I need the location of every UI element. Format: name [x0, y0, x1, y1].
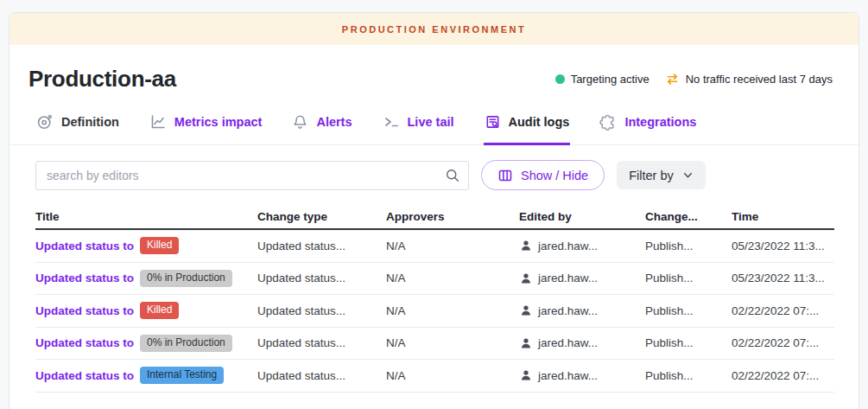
row-change-type: Updated status... — [257, 336, 386, 349]
metrics-icon — [149, 113, 167, 131]
row-change-type: Updated status... — [257, 369, 386, 382]
row-title-link[interactable]: Updated status to — [35, 240, 134, 252]
column-header-title[interactable]: Title — [35, 210, 257, 223]
filter-by-button[interactable]: Filter by — [617, 161, 706, 189]
row-title: Updated status toKilled — [35, 237, 257, 254]
environment-banner: PRODUCTION ENVIRONMENT — [10, 13, 858, 45]
definition-icon — [36, 113, 54, 131]
tab-live-tail[interactable]: Live tail — [382, 108, 455, 145]
row-edited-by-label: jared.haw... — [538, 369, 598, 382]
chevron-down-icon — [682, 169, 694, 181]
row-change-type: Updated status... — [257, 304, 386, 317]
row-title-link[interactable]: Updated status to — [35, 336, 134, 349]
row-title-link[interactable]: Updated status to — [35, 369, 134, 382]
row-change: Publish... — [645, 304, 732, 317]
green-dot-icon — [555, 74, 565, 84]
tab-audit-logs-label: Audit logs — [509, 115, 570, 129]
row-edited-by: jared.haw... — [519, 368, 645, 382]
search-wrap — [35, 161, 469, 190]
status-badge: Killed — [140, 237, 179, 254]
table-row[interactable]: Updated status toKilledUpdated status...… — [35, 295, 834, 328]
row-change: Publish... — [645, 336, 732, 349]
audit-log-table: Title Change type Approvers Edited by Ch… — [35, 204, 834, 393]
column-header-edited-by[interactable]: Edited by — [519, 210, 645, 223]
row-edited-by-label: jared.haw... — [538, 240, 598, 252]
row-edited-by: jared.haw... — [519, 336, 645, 350]
status-badge: 0% in Production — [140, 270, 232, 287]
person-icon — [519, 239, 533, 252]
row-edited-by-label: jared.haw... — [538, 304, 598, 317]
status-badge: Internal Testing — [140, 367, 224, 384]
row-change: Publish... — [645, 369, 732, 382]
tab-metrics-impact-label: Metrics impact — [174, 115, 263, 129]
row-edited-by-label: jared.haw... — [538, 272, 598, 284]
tab-definition[interactable]: Definition — [35, 108, 120, 145]
row-approvers: N/A — [386, 336, 519, 349]
columns-icon — [497, 168, 513, 183]
column-header-change[interactable]: Change... — [645, 210, 732, 223]
row-title-link[interactable]: Updated status to — [35, 304, 134, 317]
row-title: Updated status toInternal Testing — [35, 367, 257, 384]
table-row[interactable]: Updated status to0% in ProductionUpdated… — [35, 328, 834, 361]
show-hide-button[interactable]: Show / Hide — [481, 160, 605, 190]
environment-banner-label: PRODUCTION ENVIRONMENT — [342, 24, 526, 35]
tab-integrations-label: Integrations — [624, 115, 696, 129]
row-change-type: Updated status... — [257, 240, 386, 252]
table-row[interactable]: Updated status toInternal TestingUpdated… — [35, 360, 834, 393]
column-header-change-type[interactable]: Change type — [257, 210, 386, 223]
person-icon — [519, 272, 533, 285]
tab-integrations[interactable]: Integrations — [599, 108, 697, 145]
tab-live-tail-label: Live tail — [408, 115, 454, 129]
feature-gate-card: PRODUCTION ENVIRONMENT Production-aa Tar… — [9, 12, 859, 409]
row-time: 02/22/2022 07:... — [732, 369, 834, 382]
status-badge: Killed — [140, 302, 179, 319]
row-approvers: N/A — [386, 272, 519, 284]
status-group: Targeting active No traffic received las… — [555, 73, 833, 86]
search-icon — [445, 168, 460, 187]
person-icon — [519, 336, 533, 350]
row-edited-by-label: jared.haw... — [538, 336, 598, 349]
no-traffic-label: No traffic received last 7 days — [686, 73, 833, 86]
row-title-link[interactable]: Updated status to — [35, 272, 134, 284]
show-hide-label: Show / Hide — [521, 169, 588, 182]
page-title: Production-aa — [29, 66, 176, 93]
no-traffic-status: No traffic received last 7 days — [665, 73, 833, 86]
table-header: Title Change type Approvers Edited by Ch… — [35, 204, 834, 230]
row-time: 05/23/2022 11:3... — [732, 240, 834, 252]
row-time: 02/22/2022 07:... — [732, 304, 834, 317]
bell-icon — [292, 113, 308, 131]
tab-audit-logs[interactable]: Audit logs — [484, 108, 571, 145]
toolbar: Show / Hide Filter by — [10, 145, 858, 202]
row-change-type: Updated status... — [257, 272, 386, 284]
page-header: Production-aa Targeting active No traffi… — [10, 45, 858, 108]
column-header-time[interactable]: Time — [732, 210, 834, 223]
table-row[interactable]: Updated status to0% in ProductionUpdated… — [35, 263, 834, 296]
row-time: 05/23/2022 11:3... — [732, 272, 834, 284]
row-title: Updated status to0% in Production — [35, 335, 257, 352]
person-icon — [519, 304, 533, 317]
traffic-arrows-icon — [665, 73, 680, 86]
search-input[interactable] — [35, 161, 469, 190]
row-title: Updated status toKilled — [35, 302, 257, 319]
tab-alerts-label: Alerts — [316, 115, 352, 129]
table-row[interactable]: Updated status toKilledUpdated status...… — [35, 230, 834, 263]
puzzle-icon — [599, 113, 617, 131]
audit-logs-icon — [485, 113, 501, 131]
row-edited-by: jared.haw... — [519, 272, 645, 285]
filter-by-label: Filter by — [629, 169, 674, 182]
row-approvers: N/A — [386, 304, 519, 317]
row-approvers: N/A — [386, 240, 519, 252]
status-badge: 0% in Production — [140, 335, 232, 352]
tab-metrics-impact[interactable]: Metrics impact — [149, 108, 263, 145]
table-body: Updated status toKilledUpdated status...… — [35, 230, 834, 393]
terminal-icon — [383, 113, 400, 131]
row-edited-by: jared.haw... — [519, 304, 645, 317]
tab-alerts[interactable]: Alerts — [291, 108, 352, 145]
tab-bar: Definition Metrics impact Alerts — [10, 108, 858, 145]
row-change: Publish... — [645, 240, 732, 252]
row-title: Updated status to0% in Production — [35, 270, 257, 287]
row-time: 02/22/2022 07:... — [732, 336, 834, 349]
column-header-approvers[interactable]: Approvers — [386, 210, 519, 223]
targeting-active-status: Targeting active — [555, 73, 649, 86]
row-edited-by: jared.haw... — [519, 239, 645, 252]
